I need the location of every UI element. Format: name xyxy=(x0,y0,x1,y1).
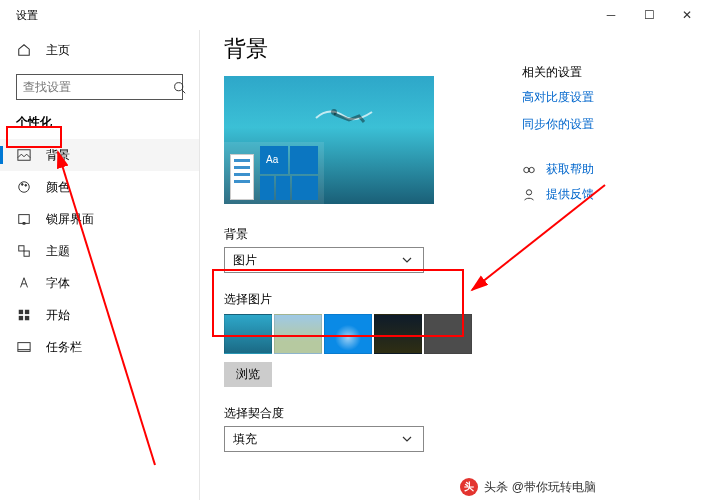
search-input[interactable] xyxy=(23,80,173,94)
watermark-logo: 头 xyxy=(460,478,478,496)
help-icon xyxy=(522,163,538,177)
picture-thumbnails xyxy=(224,314,522,354)
feedback-link[interactable]: 提供反馈 xyxy=(522,186,682,203)
thumbnail-5[interactable] xyxy=(424,314,472,354)
background-select[interactable]: 图片 xyxy=(224,247,424,273)
taskbar-icon xyxy=(16,339,32,355)
lock-icon xyxy=(16,211,32,227)
thumbnail-4[interactable] xyxy=(374,314,422,354)
sidebar-item-label: 颜色 xyxy=(46,179,70,196)
sidebar: 主页 个性化 背景 xyxy=(0,30,200,500)
sidebar-item-colors[interactable]: 颜色 xyxy=(0,171,199,203)
svg-point-4 xyxy=(25,184,27,186)
start-icon xyxy=(16,307,32,323)
svg-rect-10 xyxy=(25,310,29,314)
font-icon xyxy=(16,275,32,291)
svg-point-3 xyxy=(21,184,23,186)
sidebar-item-label: 锁屏界面 xyxy=(46,211,94,228)
background-label: 背景 xyxy=(224,226,522,243)
sidebar-item-lockscreen[interactable]: 锁屏界面 xyxy=(0,203,199,235)
feedback-label: 提供反馈 xyxy=(546,186,594,203)
svg-rect-11 xyxy=(19,316,23,320)
swimmer-icon xyxy=(314,102,374,132)
sidebar-item-label: 主题 xyxy=(46,243,70,260)
home-link[interactable]: 主页 xyxy=(0,34,199,66)
minimize-button[interactable]: ─ xyxy=(592,0,630,30)
chevron-down-icon xyxy=(399,252,415,268)
home-icon xyxy=(16,42,32,58)
sidebar-item-label: 背景 xyxy=(46,147,70,164)
maximize-button[interactable]: ☐ xyxy=(630,0,668,30)
search-icon xyxy=(173,79,186,95)
watermark-text: 头杀 @带你玩转电脑 xyxy=(484,479,596,496)
close-button[interactable]: ✕ xyxy=(668,0,706,30)
sync-settings-link[interactable]: 同步你的设置 xyxy=(522,116,682,133)
sidebar-item-taskbar[interactable]: 任务栏 xyxy=(0,331,199,363)
svg-point-16 xyxy=(524,167,529,172)
svg-point-2 xyxy=(19,182,30,193)
background-select-value: 图片 xyxy=(233,252,257,269)
svg-point-0 xyxy=(175,82,183,90)
window-controls: ─ ☐ ✕ xyxy=(592,0,706,30)
main-content: 背景 背景 图片 选择图片 xyxy=(200,30,706,500)
sidebar-item-start[interactable]: 开始 xyxy=(0,299,199,331)
fit-select[interactable]: 填充 xyxy=(224,426,424,452)
search-box[interactable] xyxy=(16,74,183,100)
section-label: 个性化 xyxy=(0,114,199,131)
choose-picture-label: 选择图片 xyxy=(224,291,522,308)
page-title: 背景 xyxy=(224,34,522,64)
get-help-link[interactable]: 获取帮助 xyxy=(522,161,682,178)
thumbnail-1[interactable] xyxy=(224,314,272,354)
related-heading: 相关的设置 xyxy=(522,64,682,81)
get-help-label: 获取帮助 xyxy=(546,161,594,178)
svg-point-18 xyxy=(526,189,531,194)
window-title: 设置 xyxy=(16,8,38,23)
feedback-icon xyxy=(522,188,538,202)
svg-rect-7 xyxy=(19,246,24,251)
titlebar: 设置 ─ ☐ ✕ xyxy=(0,0,706,30)
related-panel: 相关的设置 高对比度设置 同步你的设置 获取帮助 提供反馈 xyxy=(522,34,682,500)
palette-icon xyxy=(16,179,32,195)
background-preview xyxy=(224,76,434,204)
fit-select-value: 填充 xyxy=(233,431,257,448)
sidebar-item-fonts[interactable]: 字体 xyxy=(0,267,199,299)
thumbnail-3[interactable] xyxy=(324,314,372,354)
home-label: 主页 xyxy=(46,42,70,59)
fit-label: 选择契合度 xyxy=(224,405,522,422)
svg-point-17 xyxy=(529,167,534,172)
svg-rect-12 xyxy=(25,316,29,320)
svg-rect-1 xyxy=(18,150,30,161)
thumbnail-2[interactable] xyxy=(274,314,322,354)
svg-rect-8 xyxy=(24,251,29,256)
watermark: 头 头杀 @带你玩转电脑 xyxy=(460,478,596,496)
sidebar-item-label: 开始 xyxy=(46,307,70,324)
high-contrast-link[interactable]: 高对比度设置 xyxy=(522,89,682,106)
sidebar-item-label: 任务栏 xyxy=(46,339,82,356)
sidebar-item-themes[interactable]: 主题 xyxy=(0,235,199,267)
browse-button[interactable]: 浏览 xyxy=(224,362,272,387)
picture-icon xyxy=(16,147,32,163)
svg-rect-9 xyxy=(19,310,23,314)
sidebar-item-label: 字体 xyxy=(46,275,70,292)
theme-icon xyxy=(16,243,32,259)
selection-indicator xyxy=(0,146,3,164)
sidebar-item-background[interactable]: 背景 xyxy=(0,139,199,171)
chevron-down-icon xyxy=(399,431,415,447)
